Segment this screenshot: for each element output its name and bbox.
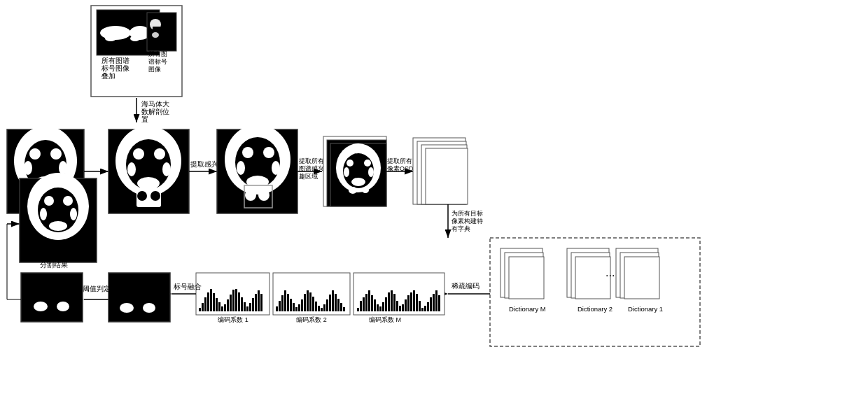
svg-rect-180 [252, 298, 254, 311]
svg-rect-117 [399, 306, 401, 311]
svg-text:海马体大: 海马体大 [141, 100, 169, 108]
svg-rect-173 [232, 290, 234, 311]
svg-rect-106 [368, 290, 370, 311]
svg-rect-138 [287, 294, 289, 311]
svg-rect-123 [416, 294, 418, 311]
svg-rect-171 [227, 299, 229, 311]
svg-rect-110 [379, 306, 382, 311]
svg-rect-140 [293, 303, 295, 311]
svg-text:提取所有: 提取所有 [387, 157, 412, 164]
svg-point-51 [263, 147, 274, 158]
svg-rect-102 [357, 308, 359, 311]
svg-text:Dictionary 2: Dictionary 2 [578, 305, 612, 313]
svg-rect-152 [326, 299, 328, 311]
svg-point-203 [40, 208, 47, 220]
svg-rect-167 [216, 298, 218, 311]
svg-rect-111 [382, 302, 384, 311]
svg-text:稀疏编码: 稀疏编码 [451, 282, 479, 290]
svg-text:图谱感兴: 图谱感兴 [299, 165, 324, 172]
svg-rect-161 [199, 308, 201, 311]
svg-rect-181 [255, 294, 257, 311]
svg-text:Dictionary 1: Dictionary 1 [628, 305, 663, 313]
svg-rect-141 [295, 307, 298, 311]
svg-point-43 [137, 191, 147, 201]
svg-text:数解剖位: 数解剖位 [141, 108, 169, 115]
svg-point-72 [349, 187, 357, 194]
svg-rect-164 [207, 292, 209, 311]
svg-text:像素构建特: 像素构建特 [451, 218, 483, 225]
svg-text:编码系数 M: 编码系数 M [369, 316, 401, 323]
svg-rect-104 [363, 297, 365, 311]
svg-rect-166 [213, 293, 215, 311]
svg-rect-153 [329, 295, 331, 311]
svg-point-68 [364, 160, 371, 167]
svg-point-4 [105, 36, 116, 41]
svg-point-70 [368, 167, 374, 177]
svg-rect-163 [204, 297, 206, 311]
svg-point-205 [49, 221, 67, 231]
svg-rect-126 [424, 306, 426, 311]
svg-rect-169 [221, 306, 223, 311]
svg-rect-175 [238, 292, 240, 311]
svg-rect-154 [332, 290, 334, 311]
svg-point-71 [351, 178, 365, 186]
pipeline-svg: 所有图谱 标号图像 叠加 所有图 谱标号 图像 海马体大 数解剖位 置 [0, 0, 868, 403]
svg-point-73 [362, 188, 369, 193]
svg-text:提取所有: 提取所有 [299, 157, 324, 164]
svg-rect-147 [312, 297, 314, 311]
svg-rect-127 [427, 302, 429, 311]
svg-point-202 [63, 196, 73, 206]
svg-text:...: ... [606, 267, 615, 278]
svg-point-9 [152, 32, 159, 38]
svg-rect-187 [108, 273, 170, 322]
svg-text:分割结果: 分割结果 [40, 261, 68, 269]
svg-text:图像: 图像 [148, 66, 161, 73]
svg-rect-113 [388, 292, 390, 311]
svg-point-40 [162, 162, 171, 176]
svg-text:标号融合: 标号融合 [173, 283, 202, 290]
svg-rect-182 [258, 290, 260, 311]
svg-text:叠加: 叠加 [102, 72, 115, 80]
svg-point-26 [59, 161, 67, 175]
svg-rect-121 [410, 292, 412, 311]
svg-point-67 [346, 160, 354, 167]
svg-point-194 [57, 302, 69, 311]
svg-rect-174 [235, 289, 237, 311]
svg-rect-130 [435, 290, 438, 311]
svg-rect-157 [340, 303, 342, 311]
svg-rect-108 [374, 299, 376, 311]
svg-rect-151 [323, 304, 326, 311]
svg-rect-139 [290, 299, 292, 311]
svg-point-24 [50, 148, 62, 160]
svg-rect-118 [402, 304, 404, 311]
svg-rect-144 [304, 294, 306, 311]
svg-point-206 [48, 232, 57, 239]
svg-point-54 [246, 176, 269, 188]
svg-point-57 [258, 190, 270, 201]
svg-rect-170 [224, 304, 226, 311]
svg-rect-135 [279, 301, 281, 311]
svg-rect-145 [307, 290, 309, 311]
svg-point-25 [24, 161, 32, 175]
svg-rect-192 [21, 273, 83, 322]
svg-rect-142 [298, 304, 300, 311]
svg-text:阈值判定: 阈值判定 [83, 285, 111, 292]
svg-point-37 [133, 148, 144, 160]
svg-text:谱标号: 谱标号 [148, 58, 167, 65]
svg-point-38 [154, 148, 165, 160]
svg-rect-143 [301, 299, 303, 311]
svg-rect-155 [335, 294, 337, 311]
diagram-container: 所有图谱 标号图像 叠加 所有图 谱标号 图像 海马体大 数解剖位 置 [0, 0, 868, 403]
svg-rect-109 [377, 304, 379, 311]
svg-point-207 [60, 232, 69, 239]
svg-text:像素OSD: 像素OSD [387, 165, 414, 172]
svg-rect-162 [202, 303, 204, 311]
svg-rect-168 [218, 302, 220, 311]
svg-rect-115 [393, 294, 396, 311]
svg-text:编码系数 1: 编码系数 1 [218, 316, 248, 323]
svg-text:所有图谱: 所有图谱 [102, 57, 130, 64]
svg-point-39 [127, 162, 136, 176]
svg-rect-146 [309, 292, 312, 311]
svg-rect-172 [230, 295, 232, 311]
svg-rect-120 [407, 295, 410, 311]
